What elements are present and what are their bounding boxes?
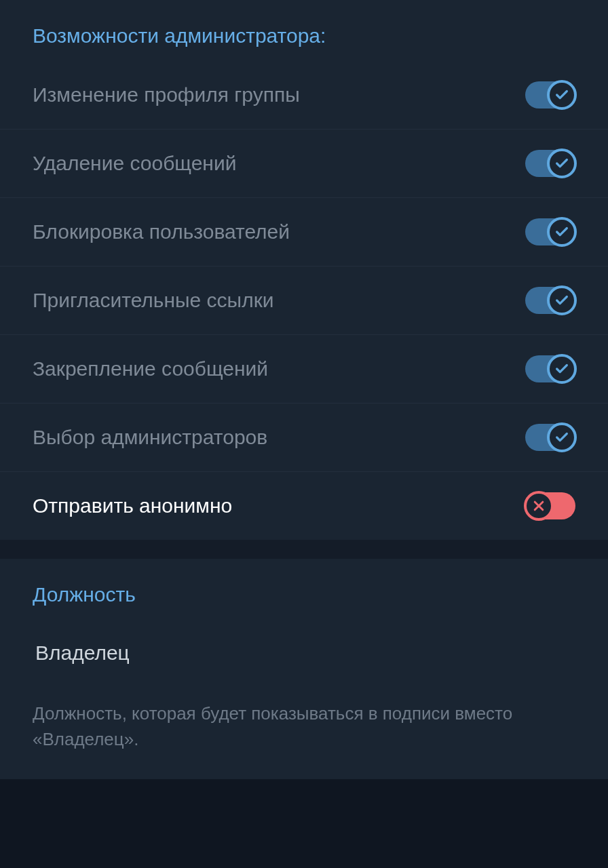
- permission-row-send-anonymous: Отправить анонимно: [0, 472, 608, 540]
- permission-row-pin-messages: Закрепление сообщений: [0, 335, 608, 403]
- permission-label: Блокировка пользователей: [33, 220, 290, 243]
- admin-permissions-section: Возможности администратора: Изменение пр…: [0, 0, 608, 540]
- check-icon: [547, 285, 577, 315]
- admin-title-section: Должность Должность, которая будет показ…: [0, 559, 608, 779]
- permission-row-invite-links: Пригласительные ссылки: [0, 267, 608, 335]
- section-divider: [0, 540, 608, 559]
- permission-label: Отправить анонимно: [33, 494, 232, 517]
- toggle-invite-links[interactable]: [525, 287, 575, 314]
- toggle-add-admins[interactable]: [525, 424, 575, 451]
- check-icon: [547, 149, 577, 178]
- check-icon: [547, 80, 577, 110]
- toggle-delete-messages[interactable]: [525, 150, 575, 177]
- toggle-pin-messages[interactable]: [525, 355, 575, 382]
- permission-label: Удаление сообщений: [33, 152, 236, 175]
- permission-row-ban-users: Блокировка пользователей: [0, 198, 608, 267]
- permission-row-delete-messages: Удаление сообщений: [0, 130, 608, 198]
- permission-label: Пригласительные ссылки: [33, 289, 274, 312]
- title-helper-text: Должность, которая будет показываться в …: [0, 689, 608, 779]
- title-input-row: [0, 620, 608, 689]
- admin-title-input[interactable]: [33, 636, 575, 670]
- check-icon: [547, 422, 577, 452]
- permission-label: Закрепление сообщений: [33, 357, 268, 380]
- permission-label: Изменение профиля группы: [33, 83, 300, 106]
- permission-row-add-admins: Выбор администраторов: [0, 403, 608, 472]
- section-header-permissions: Возможности администратора:: [0, 0, 608, 61]
- section-header-title: Должность: [0, 559, 608, 620]
- toggle-change-profile[interactable]: [525, 81, 575, 108]
- check-icon: [547, 217, 577, 247]
- check-icon: [547, 354, 577, 384]
- permission-label: Выбор администраторов: [33, 426, 267, 449]
- toggle-send-anonymous[interactable]: [525, 492, 575, 519]
- permission-row-change-profile: Изменение профиля группы: [0, 61, 608, 130]
- toggle-ban-users[interactable]: [525, 218, 575, 245]
- close-icon: [524, 491, 554, 521]
